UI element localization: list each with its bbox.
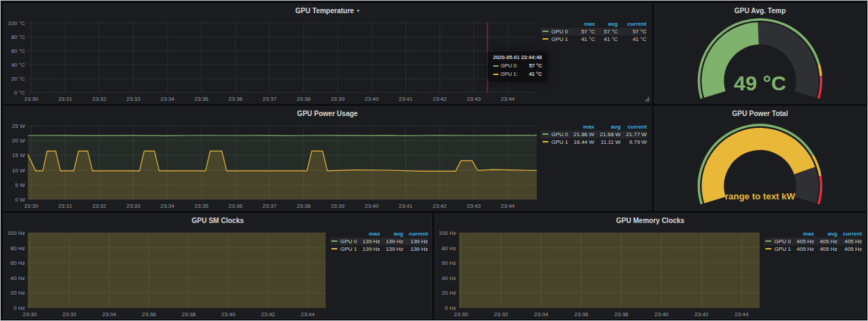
svg-text:23:42: 23:42	[694, 311, 709, 318]
legend-header-max[interactable]: max	[568, 123, 594, 131]
svg-text:23:44: 23:44	[501, 203, 515, 209]
svg-text:23:36: 23:36	[228, 96, 243, 102]
legend-row: GPU 1139 Hz139 Hz139 Hz	[330, 245, 428, 253]
series-dash-icon	[331, 240, 337, 242]
legend-header-max[interactable]: max	[572, 20, 595, 28]
svg-text:23:30: 23:30	[454, 311, 469, 318]
gpu-sm-clocks-chart[interactable]: 100 Hz80 Hz60 Hz40 Hz20 Hz0 Hz23:3023:32…	[6, 227, 330, 318]
svg-text:23:43: 23:43	[467, 96, 481, 102]
panel-title-gpu-temperature: GPU Temperature	[295, 7, 353, 15]
svg-text:5 W: 5 W	[15, 182, 26, 188]
svg-text:23:36: 23:36	[228, 203, 243, 209]
legend-value: 405 Hz	[837, 245, 862, 253]
gpu-temperature-legend: maxavgcurrentGPU 057 °C57 °C57 °CGPU 141…	[541, 17, 651, 103]
legend-header-max[interactable]: max	[791, 230, 814, 238]
svg-text:23:34: 23:34	[534, 311, 549, 318]
svg-text:23:42: 23:42	[433, 203, 447, 209]
legend-header-avg[interactable]: avg	[814, 230, 837, 238]
svg-text:23:34: 23:34	[102, 311, 117, 318]
legend-header-current[interactable]: current	[837, 230, 862, 238]
legend-series-name[interactable]: GPU 0	[340, 238, 357, 245]
panel-header-gpu-power-usage[interactable]: GPU Power Usage	[4, 107, 651, 120]
legend-table: maxavgcurrentGPU 057 °C57 °C57 °CGPU 141…	[541, 20, 646, 43]
svg-text:20 °C: 20 °C	[11, 76, 25, 82]
svg-text:23:40: 23:40	[365, 203, 379, 209]
svg-text:23:39: 23:39	[331, 203, 345, 209]
legend-value: 57 °C	[572, 28, 595, 35]
svg-text:23:41: 23:41	[399, 96, 413, 102]
gauge-value-text: range to text kW	[725, 191, 796, 201]
svg-text:23:36: 23:36	[142, 311, 156, 318]
legend-header-avg[interactable]: avg	[595, 20, 618, 28]
svg-text:23:44: 23:44	[301, 311, 315, 318]
series-dash-icon	[542, 141, 549, 142]
legend-series-name[interactable]: GPU 1	[340, 246, 357, 252]
legend-series-name[interactable]: GPU 1	[551, 36, 568, 42]
legend-row: GPU 0405 Hz405 Hz405 Hz	[764, 238, 862, 245]
legend-value: 9.79 W	[621, 138, 647, 146]
gauge-value-text: 49 °C	[734, 72, 786, 94]
svg-text:80 Hz: 80 Hz	[442, 245, 456, 252]
legend-header-current[interactable]: current	[618, 20, 646, 28]
gpu-temperature-chart[interactable]: 100 °C80 °C60 °C40 °C20 °C0 °C23:3023:31…	[6, 17, 541, 103]
legend-value: 405 Hz	[791, 238, 814, 245]
legend-row: GPU 0139 Hz139 Hz139 Hz	[330, 238, 428, 245]
series-dash-icon	[493, 65, 499, 67]
svg-text:23:38: 23:38	[297, 203, 311, 209]
legend-series-name[interactable]: GPU 0	[774, 238, 791, 245]
svg-text:60 Hz: 60 Hz	[442, 260, 456, 266]
svg-text:23:31: 23:31	[58, 203, 73, 209]
svg-text:60 Hz: 60 Hz	[10, 260, 25, 266]
legend-row: GPU 057 °C57 °C57 °C	[541, 28, 646, 35]
panel-gpu-temperature: GPU Temperature ▾ 100 °C80 °C60 °C40 °C2…	[3, 3, 651, 104]
svg-text:40 Hz: 40 Hz	[10, 275, 25, 281]
legend-header-max[interactable]: max	[357, 230, 380, 238]
svg-text:25 W: 25 W	[12, 123, 25, 129]
svg-text:23:38: 23:38	[297, 96, 311, 102]
svg-text:80 °C: 80 °C	[11, 34, 25, 40]
legend-value: 139 Hz	[357, 238, 380, 245]
svg-text:23:35: 23:35	[194, 203, 209, 209]
legend-header-avg[interactable]: avg	[594, 123, 621, 131]
svg-text:23:35: 23:35	[194, 96, 209, 102]
legend-series-name[interactable]: GPU 1	[774, 246, 791, 252]
series-dash-icon	[765, 240, 771, 242]
legend-table: maxavgcurrentGPU 0405 Hz405 Hz405 HzGPU …	[764, 230, 862, 253]
tooltip-row: GPU 0: 57 °C	[493, 62, 542, 70]
panel-header-gpu-avg-temp[interactable]: GPU Avg. Temp	[655, 4, 865, 17]
legend-header-avg[interactable]: avg	[380, 230, 403, 238]
series-dash-icon	[765, 248, 771, 249]
tooltip-series-name: GPU 1:	[501, 70, 518, 79]
series-dash-icon	[493, 74, 499, 75]
gpu-power-usage-chart[interactable]: 25 W20 W15 W10 W5 W0 W23:3023:3123:3223:…	[6, 120, 541, 210]
panel-resize-handle[interactable]	[644, 97, 649, 101]
svg-text:23:38: 23:38	[615, 311, 629, 318]
legend-value: 41 °C	[572, 35, 595, 43]
panel-header-gpu-temperature[interactable]: GPU Temperature ▾	[4, 4, 651, 17]
svg-text:23:42: 23:42	[433, 96, 447, 102]
gpu-memory-clocks-chart[interactable]: 100 Hz80 Hz60 Hz40 Hz20 Hz0 Hz23:3023:32…	[437, 227, 764, 318]
svg-text:23:41: 23:41	[399, 203, 413, 209]
legend-header-current[interactable]: current	[403, 230, 428, 238]
legend-series-name[interactable]: GPU 1	[551, 139, 568, 145]
legend-value: 139 Hz	[357, 245, 380, 253]
panel-header-gpu-sm-clocks[interactable]: GPU SM Clocks	[4, 214, 431, 227]
legend-header-current[interactable]: current	[621, 123, 647, 131]
panel-header-gpu-power-total[interactable]: GPU Power Total	[655, 107, 865, 120]
svg-text:0 Hz: 0 Hz	[14, 305, 25, 311]
legend-series-name[interactable]: GPU 0	[551, 28, 568, 35]
tooltip-series-value: 57 °C	[522, 62, 542, 70]
legend-value: 41 °C	[595, 35, 618, 43]
svg-text:23:34: 23:34	[160, 96, 175, 102]
legend-value: 11.11 W	[594, 138, 621, 146]
svg-text:100 Hz: 100 Hz	[439, 230, 456, 236]
chevron-down-icon[interactable]: ▾	[357, 8, 360, 14]
legend-series-name[interactable]: GPU 0	[551, 131, 568, 138]
grafana-dashboard: GPU Temperature ▾ 100 °C80 °C60 °C40 °C2…	[0, 0, 868, 321]
panel-gpu-avg-temp: GPU Avg. Temp 49 °C	[654, 3, 866, 104]
svg-text:0 W: 0 W	[15, 197, 26, 203]
svg-text:23:40: 23:40	[222, 311, 236, 318]
legend-value: 57 °C	[618, 28, 646, 35]
panel-header-gpu-memory-clocks[interactable]: GPU Memory Clocks	[435, 214, 865, 227]
svg-text:23:33: 23:33	[126, 203, 141, 209]
